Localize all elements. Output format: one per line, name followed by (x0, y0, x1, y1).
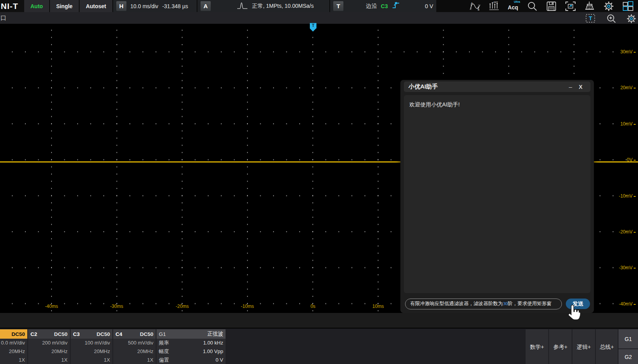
volt-axis-label: 10mV (620, 121, 636, 127)
minimize-button[interactable]: – (565, 83, 576, 90)
volt-axis-label: -40mV (619, 301, 636, 307)
channel3-panel[interactable]: C3DC50 100 mV/div 20MHz 1X (71, 329, 112, 364)
autoset-button[interactable]: Autoset (80, 0, 112, 12)
volt-axis-label: 20mV (620, 85, 636, 90)
send-button[interactable]: 发送 (566, 299, 590, 309)
bus-add-button[interactable]: 总线+ (596, 329, 618, 364)
ultra-acq-icon[interactable]: Ultra Acq (505, 0, 521, 12)
save-icon[interactable] (543, 0, 559, 12)
window-layout-icon[interactable] (620, 0, 636, 12)
time-axis-label: -40ms (45, 304, 58, 309)
acquire-section[interactable]: A 正常, 1MPts, 10.00MSa/s (197, 0, 329, 12)
channel2-bandwidth: 20MHz (28, 347, 70, 356)
clear-brush-icon[interactable] (581, 0, 597, 12)
channel2-scale: 200 mV/div (28, 339, 70, 347)
channel4-bandwidth: 20MHz (113, 347, 156, 356)
time-axis-label: -30ms (110, 304, 123, 309)
settings-gear-icon[interactable] (601, 0, 617, 12)
rising-edge-icon (392, 1, 401, 12)
horizontal-offset-readout: -31.348 µs (162, 3, 188, 9)
ai-dialog-title: 小优AI助手 (409, 83, 438, 90)
search-icon[interactable] (524, 0, 540, 12)
channel2-probe: 1X (28, 356, 70, 364)
trigger-badge: T (333, 1, 343, 11)
trigger-position-marker[interactable]: T (310, 23, 316, 32)
single-button[interactable]: Single (50, 0, 79, 12)
ai-input[interactable]: 有限冲激响应型低通滤波器，滤波器阶数为30阶，要求使用矩形窗 (405, 299, 562, 309)
screenshot-icon[interactable] (562, 0, 578, 12)
volt-axis-label: -10mV (619, 193, 636, 199)
timebase-readout: 10.0 ms/div (130, 3, 158, 9)
trigger-type-readout: 边沿 (366, 3, 377, 10)
volt-axis-label: 30mV (620, 49, 636, 55)
reference-add-button[interactable]: 参考+ (549, 329, 572, 364)
generator-waveform: 正弦波 (208, 330, 224, 337)
acquire-readout: 正常, 1MPts, 10.00MSa/s (252, 3, 314, 10)
fft-icon[interactable]: FFT (486, 0, 502, 12)
ai-assistant-dialog: 小优AI助手 – X 欢迎使用小优AI助手! 有限冲激响应型低通滤波器，滤波器阶… (400, 80, 594, 313)
g1-button[interactable]: G1 (618, 329, 638, 348)
brand-logo: NI-T (0, 0, 24, 12)
ai-chat-area: 欢迎使用小优AI助手! (404, 95, 590, 293)
channel3-bandwidth: 20MHz (71, 347, 112, 356)
channel1-bandwidth: 20MHz (0, 347, 27, 356)
run-mode-button[interactable]: Auto (24, 0, 49, 12)
generator1-panel[interactable]: G1正弦波 频率1.00 kHz 幅度1.00 Vpp 偏置0 V (156, 329, 226, 364)
volt-axis-label: -20mV (619, 229, 636, 235)
cursor-measure-icon[interactable]: AB (467, 0, 483, 12)
channel1-probe: 1X (0, 356, 27, 364)
time-axis-label: -10ms (241, 304, 254, 309)
channel4-probe: 1X (113, 356, 156, 364)
close-button[interactable]: X (576, 84, 586, 90)
bottom-status-bar: DC50 0.0 mV/div 20MHz 1X C2DC50 200 mV/d… (0, 328, 638, 364)
channel1-panel[interactable]: DC50 0.0 mV/div 20MHz 1X (0, 329, 27, 364)
lower-spacer (0, 313, 638, 328)
channel2-panel[interactable]: C2DC50 200 mV/div 20MHz 1X (28, 329, 70, 364)
g2-button[interactable]: G2 (618, 349, 638, 364)
annotation-text-icon[interactable]: T (585, 14, 595, 25)
secondary-toolbar: 窗口 T (0, 12, 638, 24)
math-add-button[interactable]: 数学+ (526, 329, 548, 364)
horizontal-badge: H (116, 1, 126, 11)
time-axis-label: 0s (311, 304, 316, 309)
channel3-probe: 1X (71, 356, 112, 364)
channel3-scale: 100 mV/div (71, 339, 112, 347)
ai-input-row: 有限冲激响应型低通滤波器，滤波器阶数为30阶，要求使用矩形窗 发送 (405, 298, 590, 309)
pulse-icon (236, 1, 248, 11)
time-axis-label: -20ms (176, 304, 188, 309)
ai-welcome-message: 欢迎使用小优AI助手! (409, 101, 585, 108)
display-settings-gear-icon[interactable] (626, 14, 636, 25)
channel4-scale: 500 mV/div (113, 339, 156, 347)
volt-axis-label: -30mV (619, 265, 636, 270)
window-menu-label[interactable]: 窗口 (0, 14, 6, 22)
trigger-level-readout: 0 V (425, 3, 433, 9)
trigger-section[interactable]: T 边沿 C3 0 V (330, 0, 436, 12)
channel4-panel[interactable]: C4DC50 500 mV/div 20MHz 1X (113, 329, 156, 364)
logic-add-button[interactable]: 逻辑+ (572, 329, 595, 364)
svg-text:T: T (589, 15, 592, 21)
trigger-source-readout: C3 (381, 3, 388, 9)
time-axis-label: 10ms (372, 304, 384, 309)
volt-axis-label: 0V (627, 157, 636, 163)
ai-dialog-header[interactable]: 小优AI助手 – X (404, 81, 590, 92)
horizontal-section[interactable]: H 10.0 ms/div -31.348 µs (113, 0, 197, 12)
zoom-in-icon[interactable] (606, 14, 617, 25)
channel1-scale: 0.0 mV/div (0, 339, 27, 347)
acquire-badge: A (201, 1, 211, 11)
top-toolbar: NI-T Auto Single Autoset H 10.0 ms/div -… (0, 0, 638, 12)
topbar-icon-group: AB FFT Ultra Acq (467, 0, 638, 12)
